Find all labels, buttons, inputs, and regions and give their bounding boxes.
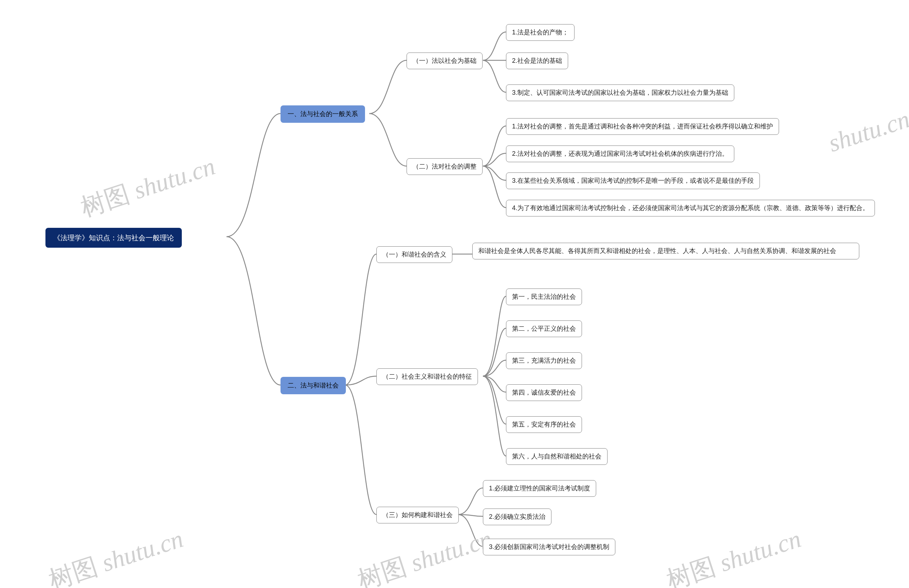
watermark: 树图 shutu.cn bbox=[76, 150, 220, 225]
node-1-1-2[interactable]: 2.社会是法的基础 bbox=[506, 53, 568, 69]
node-2-3-1[interactable]: 1.必须建立理性的国家司法考试制度 bbox=[483, 480, 596, 497]
watermark: 树图 shutu.cn bbox=[662, 522, 805, 588]
node-1-2-4[interactable]: 4.为了有效地通过国家司法考试控制社会，还必须使国家司法考试与其它的资源分配系统… bbox=[506, 200, 875, 216]
node-2-2-3[interactable]: 第三，充满活力的社会 bbox=[506, 352, 582, 369]
node-2-2-5[interactable]: 第五，安定有序的社会 bbox=[506, 416, 582, 433]
node-2-2[interactable]: （二）社会主义和谐社会的特征 bbox=[376, 368, 478, 385]
node-2-3-2[interactable]: 2.必须确立实质法治 bbox=[483, 509, 552, 525]
node-2-1[interactable]: （一）和谐社会的含义 bbox=[376, 246, 452, 263]
root-node[interactable]: 《法理学》知识点：法与社会一般理论 bbox=[45, 228, 182, 248]
node-2-2-4[interactable]: 第四，诚信友爱的社会 bbox=[506, 384, 582, 401]
node-2-3-3[interactable]: 3.必须创新国家司法考试对社会的调整机制 bbox=[483, 539, 615, 555]
node-2-2-6[interactable]: 第六，人与自然和谐相处的社会 bbox=[506, 448, 608, 465]
connector-lines bbox=[0, 0, 909, 588]
node-1-2-3[interactable]: 3.在某些社会关系领域，国家司法考试的控制不是唯一的手段，或者说不是最佳的手段 bbox=[506, 173, 760, 189]
node-1-1-1[interactable]: 1.法是社会的产物； bbox=[506, 24, 574, 41]
node-2-1-1[interactable]: 和谐社会是全体人民各尽其能、各得其所而又和谐相处的社会，是理性、人本、人与社会、… bbox=[472, 243, 859, 259]
node-1-2[interactable]: （二）法对社会的调整 bbox=[406, 158, 482, 175]
node-1-2-2[interactable]: 2.法对社会的调整，还表现为通过国家司法考试对社会机体的疾病进行疗治。 bbox=[506, 145, 734, 162]
node-1-1[interactable]: （一）法以社会为基础 bbox=[406, 53, 482, 69]
watermark: shutu.cn bbox=[825, 105, 909, 158]
branch-1[interactable]: 一、法与社会的一般关系 bbox=[280, 105, 365, 123]
node-1-1-3[interactable]: 3.制定、认可国家司法考试的国家以社会为基础，国家权力以社会力量为基础 bbox=[506, 84, 734, 101]
node-2-2-2[interactable]: 第二，公平正义的社会 bbox=[506, 320, 582, 337]
node-1-2-1[interactable]: 1.法对社会的调整，首先是通过调和社会各种冲突的利益，进而保证社会秩序得以确立和… bbox=[506, 118, 779, 135]
watermark: 树图 shutu.cn bbox=[353, 522, 497, 588]
node-2-3[interactable]: （三）如何构建和谐社会 bbox=[376, 507, 459, 523]
branch-2[interactable]: 二、法与和谐社会 bbox=[280, 377, 346, 394]
node-2-2-1[interactable]: 第一，民主法治的社会 bbox=[506, 289, 582, 305]
watermark: 树图 shutu.cn bbox=[44, 522, 188, 588]
